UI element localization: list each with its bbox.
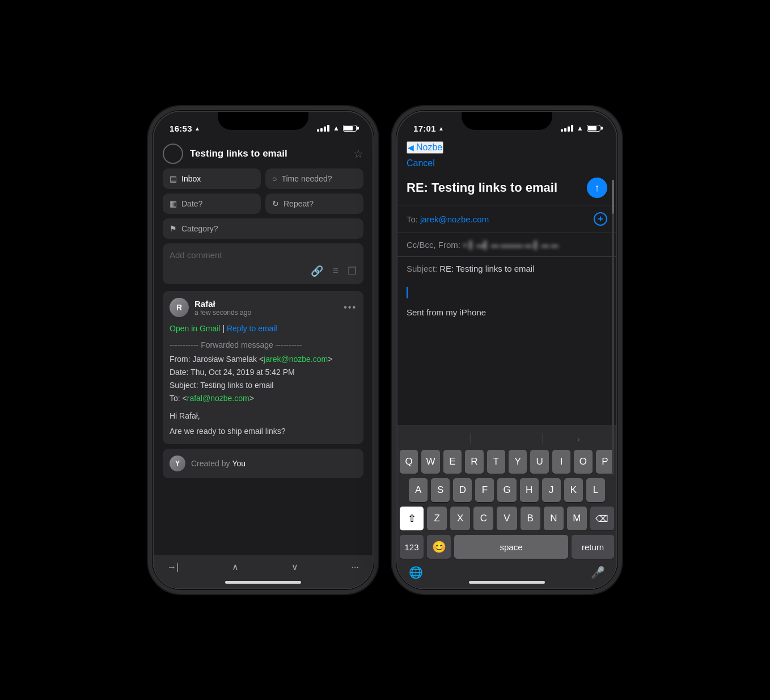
- key-l[interactable]: L: [586, 478, 605, 502]
- ccbcc-label: Cc/Bcc, From:: [407, 240, 460, 250]
- key-z[interactable]: Z: [427, 507, 447, 530]
- more-toolbar-button[interactable]: ···: [352, 562, 359, 572]
- back-arrow-icon: ◀: [408, 143, 414, 152]
- category-label: Category?: [181, 224, 218, 233]
- repeat-button[interactable]: ↻ Repeat?: [265, 193, 363, 214]
- key-j[interactable]: J: [542, 478, 561, 502]
- shift-key[interactable]: ⇧: [400, 507, 424, 530]
- greeting-line: Hi Rafał,: [170, 410, 357, 422]
- dropbox-tool-icon[interactable]: ❐: [348, 265, 357, 277]
- reply-to-email-link[interactable]: Reply to email: [227, 324, 277, 333]
- keyboard-bottom-row: 123 😊 space return: [397, 535, 616, 561]
- link-tool-icon[interactable]: 🔗: [311, 265, 323, 277]
- subject-field[interactable]: Subject: RE: Testing links to email: [397, 256, 616, 280]
- battery-icon-2: [587, 125, 600, 132]
- numbers-key[interactable]: 123: [400, 535, 424, 559]
- subject-line: Subject: Testing links to email: [170, 379, 357, 391]
- key-g[interactable]: G: [497, 478, 516, 502]
- keyboard-row-2: A S D F G H J K L: [397, 478, 616, 507]
- key-t[interactable]: T: [487, 450, 505, 474]
- key-e[interactable]: E: [443, 450, 462, 474]
- key-k[interactable]: K: [564, 478, 583, 502]
- suggestion-3[interactable]: ›: [543, 432, 614, 446]
- to-field[interactable]: To: jarek@nozbe.com +: [397, 205, 616, 233]
- suggestion-2[interactable]: [471, 436, 542, 441]
- delete-key[interactable]: ⌫: [590, 507, 614, 530]
- status-bar-1: 16:53 ▲ ▲: [154, 112, 373, 139]
- key-f[interactable]: F: [475, 478, 494, 502]
- inbox-button[interactable]: ▤ Inbox: [163, 168, 261, 189]
- comment-tools: 🔗 ≡ ❐: [170, 265, 357, 277]
- task-complete-button[interactable]: [163, 144, 183, 164]
- key-y[interactable]: Y: [509, 450, 527, 474]
- category-icon: ⚑: [170, 224, 177, 233]
- key-u[interactable]: U: [530, 450, 548, 474]
- key-a[interactable]: A: [409, 478, 428, 502]
- category-button[interactable]: ⚑ Category?: [163, 218, 363, 239]
- key-n[interactable]: N: [544, 507, 564, 530]
- status-icons-1: ▲: [317, 124, 357, 132]
- date-line: Date: Thu, Oct 24, 2019 at 5:42 PM: [170, 366, 357, 378]
- comment-placeholder: Add comment: [170, 250, 222, 260]
- cancel-row: Cancel: [397, 158, 616, 173]
- globe-icon[interactable]: 🌐: [409, 566, 423, 579]
- status-bar-2: 17:01 ▲ ▲: [397, 112, 616, 139]
- comment-time: a few seconds ago: [194, 309, 251, 317]
- email-body[interactable]: Sent from my iPhone: [397, 280, 616, 425]
- avatar: R: [170, 298, 189, 317]
- list-tool-icon[interactable]: ≡: [332, 265, 339, 277]
- key-x[interactable]: X: [450, 507, 470, 530]
- home-indicator-2: [469, 581, 545, 584]
- ccbcc-field[interactable]: Cc/Bcc, From: ● ▌ ▬▌ ▬ ▬▬▬ ▬ ▌ ▬ ▬: [397, 233, 616, 256]
- key-v[interactable]: V: [497, 507, 517, 530]
- key-b[interactable]: B: [521, 507, 540, 530]
- space-key[interactable]: space: [454, 535, 568, 559]
- keyboard-bottom-bar: 🌐 🎤: [397, 561, 616, 588]
- key-q[interactable]: Q: [400, 450, 418, 474]
- back-button[interactable]: ◀ Nozbe: [407, 141, 443, 154]
- keyboard: › Q W E R T Y U I O P: [397, 425, 616, 588]
- key-s[interactable]: S: [431, 478, 450, 502]
- to-line: To: <rafal@nozbe.com>: [170, 393, 357, 404]
- phone-2: 17:01 ▲ ▲: [396, 111, 617, 589]
- more-options-button[interactable]: •••: [344, 302, 357, 313]
- creator-item: Y Created by You: [163, 449, 363, 478]
- repeat-icon: ↻: [272, 199, 279, 208]
- send-button[interactable]: ↑: [587, 178, 607, 198]
- add-comment-area[interactable]: Add comment 🔗 ≡ ❐: [163, 243, 363, 284]
- wifi-icon-1: ▲: [333, 124, 340, 132]
- to-label: To:: [407, 214, 418, 224]
- key-w[interactable]: W: [421, 450, 439, 474]
- forwarded-header: ----------- Forwarded message ----------: [170, 339, 357, 351]
- status-time-1: 16:53: [170, 124, 192, 133]
- to-email[interactable]: rafal@nozbe.com: [187, 394, 249, 403]
- star-icon[interactable]: ☆: [353, 147, 363, 161]
- key-m[interactable]: M: [567, 507, 587, 530]
- creator-label: Created by You: [191, 459, 246, 468]
- key-d[interactable]: D: [453, 478, 472, 502]
- emoji-key[interactable]: 😊: [427, 535, 451, 559]
- send-icon: ↑: [595, 182, 600, 194]
- key-i[interactable]: I: [552, 450, 570, 474]
- open-gmail-link[interactable]: Open in Gmail: [170, 324, 220, 333]
- move-down-button[interactable]: ∨: [291, 562, 298, 572]
- cancel-button[interactable]: Cancel: [407, 158, 435, 168]
- from-email[interactable]: jarek@nozbe.com: [264, 355, 328, 364]
- return-key[interactable]: return: [572, 535, 614, 559]
- key-r[interactable]: R: [465, 450, 483, 474]
- properties-grid: ▤ Inbox ○ Time needed? ▦ Date? ↻ Repeat?: [154, 168, 373, 243]
- keyboard-suggestions: ›: [397, 425, 616, 450]
- indent-button[interactable]: →|: [167, 562, 179, 572]
- move-up-button[interactable]: ∧: [232, 562, 239, 572]
- key-c[interactable]: C: [473, 507, 493, 530]
- add-recipient-button[interactable]: +: [594, 212, 607, 226]
- date-button[interactable]: ▦ Date?: [163, 193, 261, 214]
- suggestion-1[interactable]: [400, 436, 471, 441]
- mic-icon[interactable]: 🎤: [591, 566, 605, 579]
- time-label: Time needed?: [281, 174, 332, 183]
- key-o[interactable]: O: [574, 450, 592, 474]
- scroll-bar: [612, 180, 614, 475]
- time-needed-button[interactable]: ○ Time needed?: [265, 168, 363, 189]
- inbox-label: Inbox: [181, 174, 201, 183]
- key-h[interactable]: H: [520, 478, 539, 502]
